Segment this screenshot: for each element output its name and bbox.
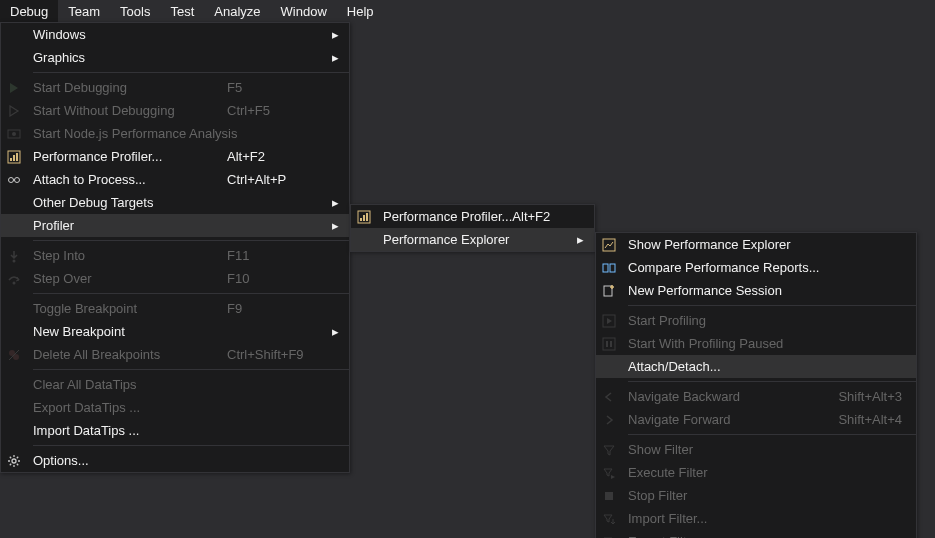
menu-item-label: Other Debug Targets bbox=[27, 195, 227, 210]
menu-item-export-datatips: Export DataTips ... bbox=[1, 396, 349, 419]
menu-item-shortcut: Shift+Alt+4 bbox=[826, 412, 906, 427]
svg-rect-28 bbox=[603, 264, 608, 272]
menubar-item-test[interactable]: Test bbox=[160, 0, 204, 22]
menu-item-shortcut: Alt+F2 bbox=[512, 209, 572, 224]
menu-item-label: Compare Performance Reports... bbox=[622, 260, 826, 275]
debug-menu: Windows▸Graphics▸Start DebuggingF5Start … bbox=[0, 22, 350, 473]
menu-item-shortcut: F11 bbox=[227, 248, 327, 263]
menu-item-label: Windows bbox=[27, 27, 227, 42]
menu-item-label: Clear All DataTips bbox=[27, 377, 227, 392]
menu-item-label: Execute Filter bbox=[622, 465, 826, 480]
menubar-item-label: Analyze bbox=[214, 4, 260, 19]
submenu-arrow-icon: ▸ bbox=[327, 195, 343, 210]
submenu-arrow-icon: ▸ bbox=[327, 50, 343, 65]
menubar-item-debug[interactable]: Debug bbox=[0, 0, 58, 22]
svg-rect-3 bbox=[10, 158, 12, 161]
submenu-arrow-icon: ▸ bbox=[327, 218, 343, 233]
menu-item-label: Delete All Breakpoints bbox=[27, 347, 227, 362]
menu-item-graphics[interactable]: Graphics▸ bbox=[1, 46, 349, 69]
filter-icon bbox=[596, 443, 622, 457]
menu-item-show-performance-explorer[interactable]: Show Performance Explorer bbox=[596, 233, 916, 256]
svg-point-14 bbox=[12, 459, 16, 463]
menu-item-start-debugging: Start DebuggingF5 bbox=[1, 76, 349, 99]
menu-item-label: Step Over bbox=[27, 271, 227, 286]
menu-item-label: Step Into bbox=[27, 248, 227, 263]
menubar-item-analyze[interactable]: Analyze bbox=[204, 0, 270, 22]
nav-fwd-icon bbox=[596, 413, 622, 427]
menu-item-label: Performance Explorer bbox=[377, 232, 512, 247]
menubar-item-label: Team bbox=[68, 4, 100, 19]
menubar-item-tools[interactable]: Tools bbox=[110, 0, 160, 22]
menu-item-label: Toggle Breakpoint bbox=[27, 301, 227, 316]
menu-item-attach-detach[interactable]: Attach/Detach... bbox=[596, 355, 916, 378]
svg-line-21 bbox=[10, 463, 11, 464]
menu-item-start-profiling: Start Profiling bbox=[596, 309, 916, 332]
svg-rect-5 bbox=[16, 153, 18, 161]
menu-item-label: Show Filter bbox=[622, 442, 826, 457]
menu-item-label: New Breakpoint bbox=[27, 324, 227, 339]
menu-item-attach-to-process[interactable]: Attach to Process...Ctrl+Alt+P bbox=[1, 168, 349, 191]
menu-item-shortcut: Alt+F2 bbox=[227, 149, 327, 164]
menu-item-label: Export DataTips ... bbox=[27, 400, 227, 415]
menu-item-export-filter: Export Filter... bbox=[596, 530, 916, 538]
menu-item-shortcut: Ctrl+Alt+P bbox=[227, 172, 327, 187]
svg-point-10 bbox=[13, 281, 16, 284]
svg-line-22 bbox=[17, 456, 18, 457]
play-icon bbox=[1, 82, 27, 94]
menu-item-start-with-profiling-paused: Start With Profiling Paused bbox=[596, 332, 916, 355]
svg-rect-29 bbox=[610, 264, 615, 272]
menu-item-label: Performance Profiler... bbox=[377, 209, 512, 224]
step-over-icon bbox=[1, 272, 27, 286]
menu-item-options[interactable]: Options... bbox=[1, 449, 349, 472]
menu-item-shortcut: Ctrl+F5 bbox=[227, 103, 327, 118]
menu-item-label: Start Debugging bbox=[27, 80, 227, 95]
menu-item-compare-performance-reports[interactable]: Compare Performance Reports... bbox=[596, 256, 916, 279]
menu-item-shortcut: F9 bbox=[227, 301, 327, 316]
menu-item-windows[interactable]: Windows▸ bbox=[1, 23, 349, 46]
menu-item-other-debug-targets[interactable]: Other Debug Targets▸ bbox=[1, 191, 349, 214]
svg-rect-33 bbox=[606, 341, 608, 347]
menu-item-label: Attach/Detach... bbox=[622, 359, 826, 374]
menu-item-shortcut: Shift+Alt+3 bbox=[826, 389, 906, 404]
nav-back-icon bbox=[596, 390, 622, 404]
menu-item-profiler[interactable]: Profiler▸ bbox=[1, 214, 349, 237]
profiler-icon bbox=[1, 150, 27, 164]
exec-filter-icon bbox=[596, 466, 622, 480]
svg-rect-4 bbox=[13, 155, 15, 161]
menu-item-label: Options... bbox=[27, 453, 227, 468]
menu-separator bbox=[628, 434, 916, 435]
profiler-icon bbox=[351, 210, 377, 224]
menu-item-new-breakpoint[interactable]: New Breakpoint▸ bbox=[1, 320, 349, 343]
menubar-item-help[interactable]: Help bbox=[337, 0, 384, 22]
performance-explorer-submenu: Show Performance ExplorerCompare Perform… bbox=[595, 232, 917, 538]
menu-item-navigate-backward: Navigate BackwardShift+Alt+3 bbox=[596, 385, 916, 408]
menubar-item-label: Debug bbox=[10, 4, 48, 19]
menubar: DebugTeamToolsTestAnalyzeWindowHelp bbox=[0, 0, 935, 22]
play-outline-icon bbox=[1, 105, 27, 117]
attach-icon bbox=[1, 173, 27, 187]
menu-item-import-datatips[interactable]: Import DataTips ... bbox=[1, 419, 349, 442]
menu-item-show-filter: Show Filter bbox=[596, 438, 916, 461]
menu-item-label: Start With Profiling Paused bbox=[622, 336, 826, 351]
svg-rect-25 bbox=[363, 215, 365, 221]
menu-item-import-filter: Import Filter... bbox=[596, 507, 916, 530]
perf-explorer-icon bbox=[596, 238, 622, 252]
menu-item-label: Show Performance Explorer bbox=[622, 237, 826, 252]
menu-separator bbox=[33, 293, 349, 294]
svg-line-20 bbox=[17, 463, 18, 464]
svg-rect-35 bbox=[605, 492, 613, 500]
menubar-item-window[interactable]: Window bbox=[271, 0, 337, 22]
menu-item-label: Import DataTips ... bbox=[27, 423, 227, 438]
menu-item-performance-profiler[interactable]: Performance Profiler...Alt+F2 bbox=[351, 205, 594, 228]
menubar-item-label: Help bbox=[347, 4, 374, 19]
menu-item-performance-explorer[interactable]: Performance Explorer▸ bbox=[351, 228, 594, 251]
new-session-icon bbox=[596, 284, 622, 298]
menu-item-performance-profiler[interactable]: Performance Profiler...Alt+F2 bbox=[1, 145, 349, 168]
step-into-icon bbox=[1, 249, 27, 263]
menu-item-label: Attach to Process... bbox=[27, 172, 227, 187]
menu-item-clear-all-datatips: Clear All DataTips bbox=[1, 373, 349, 396]
menubar-item-team[interactable]: Team bbox=[58, 0, 110, 22]
menu-item-start-without-debugging: Start Without DebuggingCtrl+F5 bbox=[1, 99, 349, 122]
menu-item-new-performance-session[interactable]: New Performance Session bbox=[596, 279, 916, 302]
menu-item-label: Performance Profiler... bbox=[27, 149, 227, 164]
